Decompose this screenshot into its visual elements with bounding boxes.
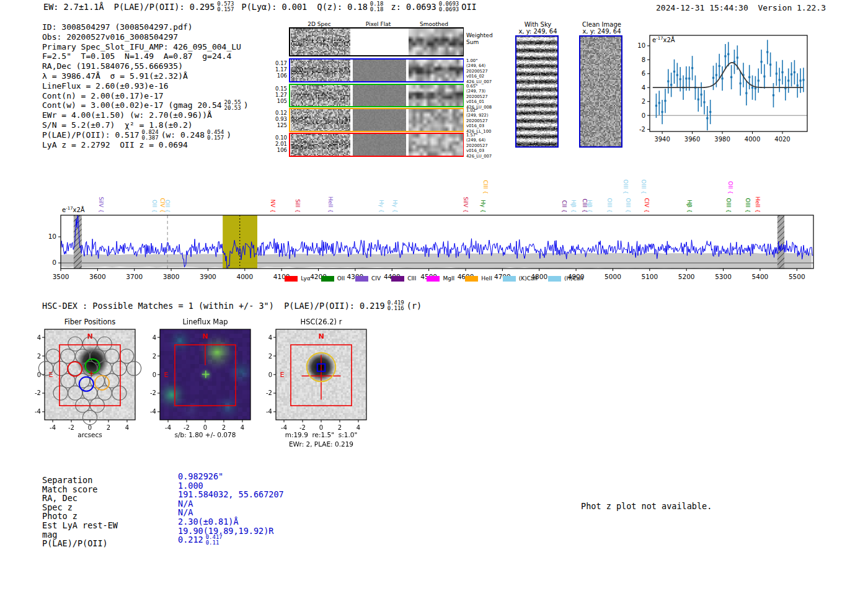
spec2d-pixelflat-image [353, 85, 406, 106]
spec2d-meta-line: 20200527 [466, 69, 492, 74]
spec2d-row-meta: 1.02"(249, 922)20200527v016_03426_LL_100 [466, 108, 491, 134]
match-value-text: N/A [178, 499, 193, 509]
panel-caption-2: EWr: 2, PLAE: 0.219 [289, 440, 353, 448]
svg-text:OIII {: OIII { [625, 198, 631, 213]
spec2d-row-meta: 0.65"(249, 73)20200527v016_01426_LU_008 [466, 84, 492, 110]
info-text: ) [244, 100, 249, 110]
summary-lo: 0.0693 [439, 7, 459, 12]
clean-coords: x, y: 249, 64 [572, 28, 631, 35]
svg-text:CIV {: CIV { [644, 198, 650, 213]
info-line: Obs: 20200527v016_3008504297 [42, 32, 249, 42]
svg-text:2: 2 [37, 353, 41, 360]
info-line: Primary Spec_Slot_IFU_AMP: 426_095_004_L… [42, 42, 249, 52]
spec2d-meta-line: Sum [466, 39, 493, 46]
info-line: LyA z = 2.2792 OII z = 0.0694 [42, 140, 249, 150]
svg-text:2: 2 [268, 353, 272, 360]
svg-text:-2: -2 [35, 389, 41, 396]
summary-hilo: 0.06930.0693 [439, 1, 459, 12]
spec2d-stat: 125 [275, 122, 287, 128]
match-table-row: P(LAE)/P(OII)0.2120.4170.11 [42, 539, 284, 548]
match-field-value: 0.2120.4170.11 [178, 535, 225, 544]
legend-label: (K)CaII [519, 275, 538, 282]
legend-swatch [427, 276, 440, 282]
svg-text:OIII {: OIII { [725, 198, 732, 213]
legend-swatch [391, 276, 404, 282]
detection-info-block: ID: 3008504297 (3008504297.pdf)Obs: 2020… [42, 22, 249, 149]
legend-label: HeII [481, 275, 492, 282]
svg-text:-2: -2 [639, 126, 645, 133]
withsky-image [515, 35, 559, 148]
summary-text: P(LAE)/P(OII): 0.295 [114, 2, 215, 12]
withsky-coords: x, y: 249, 64 [508, 28, 567, 35]
summary-text: EW: 2.7±1.1Å [43, 2, 114, 12]
match-table-row: Photo zN/A [42, 512, 284, 521]
info-text: (w: 0.248 [161, 130, 205, 140]
svg-text:2: 2 [642, 98, 645, 105]
summary-hilo: 0.180.18 [370, 1, 384, 12]
spec2d-row-stats: 0.171.17106 [275, 60, 287, 79]
svg-text:4: 4 [37, 334, 41, 341]
summary-lo: 0.157 [217, 7, 234, 12]
spec2d-column-title: 2D Spec [308, 21, 330, 27]
legend-item: Lyα [285, 275, 310, 282]
info-text: ID: 3008504297 (3008504297.pdf) [42, 22, 193, 32]
spec2d-row-stats: 0.151.27105 [275, 86, 287, 104]
svg-text:-2: -2 [150, 389, 156, 396]
info-hilo: 0.8240.387 [142, 130, 159, 141]
match-field-value: 0.982926" [178, 472, 223, 481]
spec2d-pixelflat-image [353, 60, 406, 81]
info-line: P(LAE)/P(OII): 0.5170.8240.387(w: 0.2480… [42, 130, 249, 140]
legend-item: OII [321, 275, 345, 282]
spec2d-meta-line: 20200527 [466, 118, 491, 123]
spec2d-stat: 105 [275, 98, 287, 104]
svg-text:SiIV {: SiIV { [98, 197, 104, 213]
svg-text:0: 0 [37, 371, 41, 378]
legend-label: Lyα [301, 275, 310, 282]
match-field-label: Spec z [42, 503, 178, 512]
svg-text:OIII {: OIII { [640, 179, 647, 194]
svg-text:0: 0 [319, 424, 323, 431]
info-line: Cont(n) = 2.00(±0.17)e-17 [42, 91, 249, 101]
legend-label: OII [337, 275, 345, 282]
svg-text:2: 2 [153, 353, 156, 360]
match-table-row: Separation0.982926" [42, 476, 284, 485]
svg-text:e-17x2Å: e-17x2Å [62, 206, 85, 213]
legend-item: CIII [391, 275, 416, 282]
info-text: F=2.5" T=0.105 N=1.49 A=0.87 g=24.4 [42, 51, 231, 61]
svg-text:SiIV {: SiIV { [463, 197, 469, 213]
svg-text:Hγ {: Hγ { [480, 200, 486, 213]
spec2d-cutout-grid: 2D SpecPixel FlatSmoothedWeightedSum0.17… [275, 19, 498, 161]
match-table-row: Spec zN/A [42, 503, 284, 512]
report-datetime: 2024-12-31 15:44:30 [656, 3, 748, 12]
legend-swatch [465, 276, 478, 282]
spec2d-row-meta: WeightedSum [466, 32, 493, 46]
spec2d-column-title: Pixel Flat [366, 21, 391, 27]
panel-caption: s/b: 1.80 +/- 0.078 [175, 431, 236, 438]
spec2d-row [289, 108, 464, 132]
info-lo: 20.53 [224, 105, 241, 111]
legend-item: (K)CaII [503, 275, 538, 282]
svg-text:NV {: NV { [270, 200, 276, 213]
svg-text:0: 0 [52, 259, 56, 266]
match-field-label: Photo z [42, 512, 178, 521]
spec2d-meta-line: v016_01 [466, 99, 492, 104]
svg-text:-2: -2 [68, 424, 74, 431]
match-field-label: Separation [42, 476, 178, 485]
legend-swatch [503, 276, 516, 282]
spec2d-2d-image [291, 29, 350, 55]
spec2d-pixelflat-image [353, 109, 406, 131]
svg-text:4: 4 [241, 424, 244, 431]
svg-text:-4: -4 [50, 424, 56, 431]
match-value-text: 2.30(±0.81)Å [178, 517, 239, 527]
legend-swatch [355, 276, 368, 282]
match-table-row: RA, Dec191.584032, 55.667207 [42, 494, 284, 503]
spec2d-smoothed-image [409, 109, 463, 131]
summary-text: OII [461, 2, 476, 12]
summary-lo: 0.18 [370, 7, 384, 12]
spec2d-meta-line: v016_02 [466, 74, 492, 79]
info-hilo: 20.5520.53 [224, 100, 241, 111]
svg-text:E: E [280, 371, 285, 379]
spec2d-row-stats: 0.120.93125 [275, 110, 287, 128]
svg-text:Hγ {: Hγ { [378, 200, 384, 213]
legend-swatch [321, 276, 334, 282]
